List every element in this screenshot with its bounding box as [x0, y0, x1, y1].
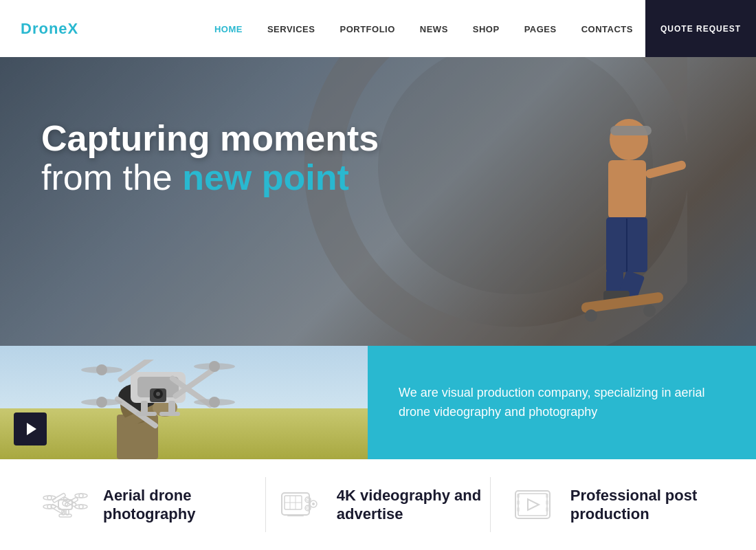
svg-point-46 — [43, 496, 56, 500]
svg-point-49 — [75, 505, 87, 509]
nav-item-home[interactable]: HOME — [202, 23, 255, 35]
play-button[interactable] — [14, 412, 47, 446]
svg-point-34 — [96, 397, 107, 408]
logo-text-accent: X — [68, 20, 79, 37]
svg-rect-78 — [546, 507, 548, 512]
nav-item-services[interactable]: SERVICES — [255, 23, 328, 35]
feature-item-aerial: Aerial dronephotography — [41, 481, 265, 529]
nav-link-services[interactable]: SERVICES — [255, 24, 328, 34]
nav-link-contacts[interactable]: CONTACTS — [569, 24, 645, 34]
hero-title-line2: from the new point — [41, 158, 379, 197]
feature-label-aerial: Aerial dronephotography — [103, 486, 195, 524]
feature-item-post: Professional postproduction — [491, 481, 715, 529]
skater-figure — [529, 112, 701, 346]
hero-section: Capturing moments from the new point — [0, 57, 756, 346]
drone-icon — [41, 481, 89, 529]
svg-rect-4 — [608, 160, 646, 219]
hero-title-line1: Capturing moments — [41, 119, 379, 158]
nav-link-portfolio[interactable]: PORTFOLIO — [327, 24, 407, 34]
nav-link-pages[interactable]: PAGES — [512, 24, 569, 34]
svg-point-47 — [75, 494, 87, 498]
svg-point-53 — [79, 505, 83, 509]
svg-rect-39 — [159, 412, 180, 416]
svg-rect-73 — [517, 494, 520, 498]
nav-item-news[interactable]: NEWS — [408, 23, 460, 35]
svg-rect-69 — [287, 515, 304, 516]
nav-item-contacts[interactable]: CONTACTS — [569, 23, 645, 35]
svg-rect-71 — [518, 494, 547, 516]
svg-point-32 — [96, 364, 107, 375]
quote-request-button[interactable]: QUOTE REQUEST — [645, 0, 756, 57]
hero-title-accent: new point — [182, 157, 349, 197]
svg-point-68 — [312, 503, 315, 505]
nav-link-home[interactable]: HOME — [202, 24, 255, 34]
svg-marker-72 — [528, 499, 539, 510]
svg-rect-77 — [546, 500, 548, 505]
company-description: We are visual production company, specia… — [399, 384, 725, 422]
brand-logo[interactable]: DroneX — [21, 20, 78, 38]
svg-rect-5 — [645, 160, 687, 179]
svg-rect-76 — [546, 494, 548, 498]
person-drone-svg — [21, 360, 357, 459]
svg-point-50 — [47, 496, 52, 500]
svg-point-35 — [209, 397, 220, 408]
nav-item-shop[interactable]: SHOP — [460, 23, 512, 35]
svg-rect-36 — [141, 401, 148, 413]
svg-point-13 — [643, 305, 656, 317]
film-icon — [509, 481, 557, 529]
svg-point-12 — [585, 309, 597, 322]
svg-point-2 — [610, 119, 648, 160]
svg-rect-70 — [515, 491, 550, 518]
svg-rect-3 — [610, 126, 652, 135]
svg-rect-75 — [517, 507, 520, 512]
nav-links: HOME SERVICES PORTFOLIO NEWS SHOP PAGES … — [202, 23, 645, 35]
svg-rect-37 — [168, 401, 175, 413]
nav-item-portfolio[interactable]: PORTFOLIO — [327, 23, 407, 35]
svg-point-51 — [79, 494, 83, 498]
hero-title-plain: from the — [41, 157, 182, 197]
feature-item-video: 4K videography andadvertise — [266, 481, 490, 529]
svg-point-48 — [43, 505, 56, 509]
svg-point-33 — [209, 361, 220, 372]
video-icon — [275, 481, 323, 529]
cyan-description-panel: We are visual production company, specia… — [368, 346, 756, 459]
features-section: Aerial dronephotography 4K videography a… — [0, 459, 756, 550]
navbar: DroneX HOME SERVICES PORTFOLIO NEWS SHOP… — [0, 0, 756, 57]
nav-item-pages[interactable]: PAGES — [512, 23, 569, 35]
mid-section: We are visual production company, specia… — [0, 346, 756, 459]
feature-label-post: Professional postproduction — [570, 486, 698, 524]
svg-point-23 — [156, 392, 160, 396]
play-icon — [27, 423, 36, 435]
nav-link-news[interactable]: NEWS — [408, 24, 460, 34]
logo-text-main: Drone — [21, 20, 68, 37]
feature-label-video: 4K videography andadvertise — [337, 486, 481, 524]
nav-link-shop[interactable]: SHOP — [460, 24, 512, 34]
svg-rect-38 — [136, 412, 157, 416]
hero-content: Capturing moments from the new point — [41, 119, 379, 197]
drone-image-panel — [0, 346, 368, 459]
svg-rect-56 — [59, 514, 71, 517]
svg-rect-74 — [517, 500, 520, 505]
